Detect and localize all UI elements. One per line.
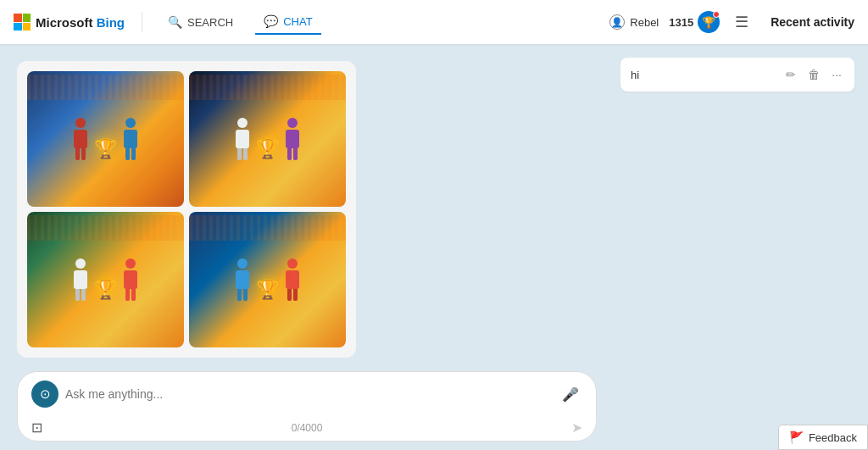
- header: Microsoft Bing 🔍 SEARCH 💬 CHAT 👤 Rebel 1…: [0, 0, 868, 44]
- logo: Microsoft Bing: [14, 14, 125, 31]
- search-nav-icon: 🔍: [168, 15, 182, 29]
- recent-item-more-button[interactable]: ···: [829, 66, 844, 83]
- main-layout: 🏆: [0, 44, 868, 450]
- recent-item-edit-button[interactable]: ✏: [783, 66, 798, 83]
- recent-item-text: hi: [631, 69, 776, 81]
- recent-activity-header-label: Recent activity: [771, 15, 854, 29]
- trophy-notification-dot: [713, 11, 720, 18]
- hamburger-icon: ☰: [735, 13, 748, 31]
- search-nav-label: SEARCH: [187, 16, 233, 29]
- chat-nav-icon: 💬: [264, 14, 278, 28]
- mic-button[interactable]: 🎤: [559, 383, 582, 406]
- image-4: 🏆: [189, 212, 346, 347]
- image-cell-4: 🏆: [189, 212, 346, 347]
- user-info: 👤 Rebel: [609, 14, 659, 30]
- chat-nav-label: CHAT: [283, 15, 312, 28]
- chat-input-row: ⊙ 🎤: [18, 372, 596, 416]
- send-icon: ➤: [571, 420, 582, 435]
- ms-logo-icon: [14, 14, 31, 31]
- chat-nav-button[interactable]: 💬 CHAT: [255, 9, 320, 35]
- image-1: 🏆: [27, 71, 184, 207]
- logo-text: Microsoft Bing: [36, 15, 125, 30]
- right-panel: hi ✏ 🗑 ···: [614, 44, 868, 450]
- delete-icon: 🗑: [808, 68, 820, 81]
- chat-avatar-button[interactable]: ⊙: [31, 381, 58, 408]
- mic-icon: 🎤: [562, 387, 579, 402]
- search-nav-button[interactable]: 🔍 SEARCH: [159, 10, 242, 34]
- header-right: 👤 Rebel 1315 🏆 ☰ Recent activity: [609, 8, 854, 36]
- edit-icon: ✏: [786, 68, 796, 81]
- user-icon: 👤: [609, 14, 625, 30]
- recent-activity-item: hi ✏ 🗑 ···: [620, 58, 854, 92]
- feedback-button[interactable]: 🚩 Feedback: [778, 425, 868, 450]
- chat-area: 🏆: [0, 44, 614, 450]
- user-name: Rebel: [630, 16, 659, 29]
- scan-button[interactable]: ⊡: [31, 419, 42, 436]
- feedback-icon: 🚩: [789, 431, 804, 444]
- chat-input-area: ⊙ 🎤 ⊡ 0/4000 ➤: [17, 371, 597, 442]
- image-grid: 🏆: [27, 71, 346, 347]
- chat-avatar-icon: ⊙: [40, 386, 51, 402]
- hamburger-button[interactable]: ☰: [730, 8, 754, 36]
- chat-input-footer: ⊡ 0/4000 ➤: [18, 416, 596, 442]
- image-3: 🏆: [27, 212, 184, 347]
- trophy-icon: 🏆: [698, 11, 720, 33]
- feedback-label: Feedback: [809, 431, 857, 444]
- scan-icon: ⊡: [31, 420, 42, 435]
- image-2: 🏆: [189, 71, 346, 207]
- char-count: 0/4000: [292, 422, 323, 434]
- more-icon: ···: [832, 68, 842, 81]
- image-grid-container: 🏆: [17, 61, 356, 358]
- send-button[interactable]: ➤: [571, 419, 582, 436]
- score-badge: 1315 🏆: [669, 11, 720, 33]
- image-cell-1: 🏆: [27, 71, 184, 207]
- recent-item-delete-button[interactable]: 🗑: [805, 66, 822, 83]
- chat-text-input[interactable]: [65, 387, 552, 401]
- image-cell-3: 🏆: [27, 212, 184, 347]
- score-value: 1315: [669, 16, 693, 29]
- image-cell-2: 🏆: [189, 71, 346, 207]
- header-divider: [142, 12, 142, 32]
